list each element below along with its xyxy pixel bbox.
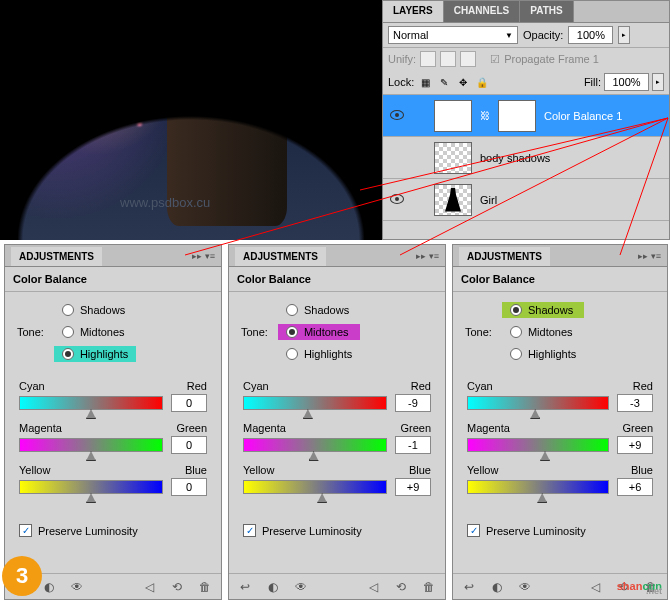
visibility-toggle[interactable] [388,194,406,206]
unify-row: Unify: ☑ Propagate Frame 1 [383,48,669,70]
eye-icon[interactable]: 👁 [69,579,85,595]
logo-part1: shan [617,580,643,592]
slider-handle[interactable] [317,493,327,503]
adjustments-tab[interactable]: ADJUSTMENTS [235,247,326,266]
slider-cyan-red: CyanRed -9 [243,380,431,412]
fill-input[interactable]: 100% [604,73,649,91]
preserve-checkbox[interactable]: ✓ [467,524,480,537]
reset-icon[interactable]: ⟲ [393,579,409,595]
visibility-toggle[interactable] [388,110,406,122]
slider-handle[interactable] [86,409,96,419]
tone-radio-shadows[interactable]: Shadows [278,302,360,318]
slider-handle[interactable] [309,451,319,461]
fill-label: Fill: [584,76,601,88]
slider-track[interactable] [467,396,609,410]
slider-track[interactable] [19,396,163,410]
reset-icon[interactable]: ⟲ [169,579,185,595]
adjustments-tab[interactable]: ADJUSTMENTS [11,247,102,266]
slider-handle[interactable] [86,493,96,503]
tone-radio-group: ShadowsMidtonesHighlights [502,302,584,362]
adjustments-panel-1: ADJUSTMENTS ▸▸ ▾≡ Color Balance Tone: Sh… [4,244,222,600]
unify-icon-3[interactable] [460,51,476,67]
eye-icon[interactable]: 👁 [517,579,533,595]
slider-value-input[interactable]: 0 [171,394,207,412]
tone-radio-group: ShadowsMidtonesHighlights [278,302,360,362]
panel-menu-icon[interactable]: ▸▸ ▾≡ [416,251,439,261]
preserve-checkbox[interactable]: ✓ [243,524,256,537]
slider-track[interactable] [243,438,387,452]
adjustments-tab[interactable]: ADJUSTMENTS [459,247,550,266]
slider-handle[interactable] [537,493,547,503]
slider-track[interactable] [19,480,163,494]
radio-icon [510,326,522,338]
return-icon[interactable]: ↩ [461,579,477,595]
trash-icon[interactable]: 🗑 [197,579,213,595]
slider-value-input[interactable]: 0 [171,478,207,496]
slider-value-input[interactable]: +6 [617,478,653,496]
tone-radio-shadows[interactable]: Shadows [502,302,584,318]
slider-magenta-green: MagentaGreen -1 [243,422,431,454]
slider-right-label: Blue [185,464,207,476]
slider-track[interactable] [467,438,609,452]
propagate-checkbox[interactable]: ☑ [490,53,500,66]
slider-right-label: Green [400,422,431,434]
prev-icon[interactable]: ◁ [365,579,381,595]
preserve-checkbox[interactable]: ✓ [19,524,32,537]
clip-icon[interactable]: ◐ [265,579,281,595]
tone-radio-highlights[interactable]: Highlights [502,346,584,362]
slider-track[interactable] [467,480,609,494]
opacity-arrow[interactable]: ▸ [618,26,630,44]
slider-value-input[interactable]: -1 [395,436,431,454]
layer-row-body-shadows[interactable]: body shadows [383,137,669,179]
mask-thumb[interactable] [498,100,536,132]
clip-icon[interactable]: ◐ [489,579,505,595]
tab-channels[interactable]: CHANNELS [444,1,521,22]
tone-radio-highlights[interactable]: Highlights [278,346,360,362]
slider-track[interactable] [243,396,387,410]
unify-icon-2[interactable] [440,51,456,67]
layer-name[interactable]: Color Balance 1 [544,110,664,122]
slider-value-input[interactable]: 0 [171,436,207,454]
adjustment-title: Color Balance [453,267,667,292]
slider-value-input[interactable]: +9 [617,436,653,454]
slider-track[interactable] [243,480,387,494]
layer-name[interactable]: Girl [480,194,664,206]
layer-row-girl[interactable]: Girl [383,179,669,221]
unify-icon-1[interactable] [420,51,436,67]
trash-icon[interactable]: 🗑 [421,579,437,595]
layer-name[interactable]: body shadows [480,152,664,164]
tab-paths[interactable]: PATHS [520,1,573,22]
slider-handle[interactable] [530,409,540,419]
lock-transparency-icon[interactable]: ▦ [417,74,433,90]
layer-row-color-balance[interactable]: ⚖ ⛓ Color Balance 1 [383,95,669,137]
tab-layers[interactable]: LAYERS [383,1,444,22]
slider-track[interactable] [19,438,163,452]
blend-mode-select[interactable]: Normal ▼ [388,26,518,44]
lock-position-icon[interactable]: ✥ [455,74,471,90]
tone-radio-midtones[interactable]: Midtones [502,324,584,340]
prev-icon[interactable]: ◁ [587,579,603,595]
tone-radio-midtones[interactable]: Midtones [278,324,360,340]
eye-icon[interactable]: 👁 [293,579,309,595]
panel-menu-icon[interactable]: ▸▸ ▾≡ [192,251,215,261]
slider-value-input[interactable]: -3 [617,394,653,412]
slider-value-input[interactable]: -9 [395,394,431,412]
lock-paint-icon[interactable]: ✎ [436,74,452,90]
slider-handle[interactable] [303,409,313,419]
tone-radio-highlights[interactable]: Highlights [54,346,136,362]
panel-menu-icon[interactable]: ▸▸ ▾≡ [638,251,661,261]
clip-icon[interactable]: ◐ [41,579,57,595]
slider-handle[interactable] [540,451,550,461]
tone-label: Midtones [80,326,125,338]
lock-all-icon[interactable]: 🔒 [474,74,490,90]
slider-handle[interactable] [86,451,96,461]
fill-arrow[interactable]: ▸ [652,73,664,91]
slider-value-input[interactable]: +9 [395,478,431,496]
tone-radio-shadows[interactable]: Shadows [54,302,136,318]
slider-left-label: Cyan [467,380,493,392]
preserve-label: Preserve Luminosity [38,525,138,537]
opacity-input[interactable]: 100% [568,26,613,44]
tone-radio-midtones[interactable]: Midtones [54,324,136,340]
prev-icon[interactable]: ◁ [141,579,157,595]
return-icon[interactable]: ↩ [237,579,253,595]
